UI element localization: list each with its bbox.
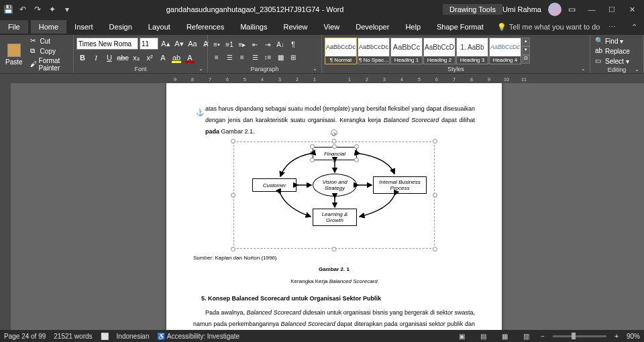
zoom-in-button[interactable]: + [614,333,619,340]
justify-button[interactable]: ☰ [249,52,261,62]
document-area[interactable]: ⚓ atas harus dipandang sebagai suatu mod… [11,83,644,330]
decrease-indent-button[interactable]: ⇤ [249,39,261,50]
style-heading-1[interactable]: AaBbCcHeading 1 [390,38,423,64]
shrink-font-button[interactable]: A▾ [173,38,185,50]
vertical-ruler[interactable] [0,83,11,330]
tab-shape-format[interactable]: Shape Format [429,20,492,34]
tab-home[interactable]: Home [31,20,66,34]
zoom-out-button[interactable]: − [541,333,545,340]
tab-view[interactable]: View [316,20,348,34]
tab-help[interactable]: Help [397,20,429,34]
diagram-arrows [233,141,435,249]
ribbon-display-icon[interactable]: ▭ [568,5,576,14]
zoom-slider[interactable] [553,335,606,337]
drawing-canvas-selected[interactable]: Financial Customer Vision and Strategy I… [233,141,435,249]
tab-developer[interactable]: Developer [347,20,397,34]
show-marks-button[interactable]: ¶ [287,39,299,50]
style-scroll-down[interactable]: ▾ [522,46,530,55]
format-painter-button[interactable]: 🖌Format Painter [28,56,70,72]
status-words[interactable]: 21521 words [54,333,92,340]
font-name-select[interactable] [76,38,138,50]
cut-icon: ✂ [30,37,38,45]
styles-gallery[interactable]: AaBbCcDc¶ Normal AaBbCcDc¶ No Spac... Aa… [325,38,530,64]
align-right-button[interactable]: ≡ [236,52,248,62]
touch-mode-icon[interactable]: ✦ [47,4,58,15]
style-heading-2[interactable]: AaBbCcDHeading 2 [423,38,455,64]
find-button[interactable]: 🔍Find ▾ [593,36,632,46]
status-accessibility[interactable]: ♿ Accessibility: Investigate [157,333,239,340]
share-icon[interactable]: ⋯ [608,23,616,32]
multilevel-button[interactable]: ≡▸ [236,39,248,50]
maximize-button[interactable]: ☐ [602,3,621,16]
font-group-label: Font [76,65,205,72]
text-effects-button[interactable]: A [157,52,169,64]
align-left-button[interactable]: ≡ [211,52,223,62]
document-title: gandahasudunganhutagaol_230512H7J91G74 -… [72,5,437,13]
style-normal[interactable]: AaBbCcDc¶ Normal [325,38,357,64]
view-print[interactable]: ▦ [498,331,511,341]
font-size-select[interactable] [140,38,158,50]
view-web[interactable]: ▥ [519,331,533,341]
bold-button[interactable]: B [76,52,89,64]
tab-layout[interactable]: Layout [140,20,178,34]
proofing-icon[interactable]: ⬜ [101,333,109,340]
tab-design[interactable]: Design [101,20,140,34]
tab-review[interactable]: Review [276,20,316,34]
sort-button[interactable]: A↓ [274,39,286,50]
tab-file[interactable]: File [0,20,28,34]
style-heading-4[interactable]: AaBbCcDcHeading 4 [489,38,521,64]
font-color-button[interactable]: A [184,52,196,64]
save-icon[interactable]: 💾 [3,4,13,15]
painter-icon: 🖌 [30,60,37,68]
section-heading: 5. Konsep Balanced Scorecard untuk Organ… [201,293,475,304]
highlight-button[interactable]: ab [170,52,182,64]
user-name[interactable]: Umi Rahma [502,5,541,13]
copy-button[interactable]: ⧉Copy [28,46,70,56]
status-page[interactable]: Page 24 of 99 [4,333,46,340]
style-heading-3[interactable]: 1. AaBbHeading 3 [456,38,488,64]
italic-button[interactable]: I [90,52,102,64]
grow-font-button[interactable]: A▴ [160,38,172,50]
document-page[interactable]: ⚓ atas harus dipandang sebagai suatu mod… [166,83,502,330]
underline-button[interactable]: U [103,52,115,64]
drawing-tools-context: Drawing Tools [443,4,502,15]
tab-references[interactable]: References [178,20,232,34]
anchor-icon: ⚓ [196,106,204,119]
line-spacing-button[interactable]: ↕≡ [262,52,274,62]
subscript-button[interactable]: x₂ [130,52,142,64]
style-no-spacing[interactable]: AaBbCcDc¶ No Spac... [358,38,390,64]
undo-icon[interactable]: ↶ [17,4,28,15]
rotate-handle[interactable] [331,129,337,136]
paste-button[interactable]: Paste [3,42,25,67]
replace-button[interactable]: abReplace [593,46,632,56]
increase-indent-button[interactable]: ⇥ [262,39,274,50]
change-case-button[interactable]: Aa [186,38,199,50]
view-read[interactable]: ▤ [476,331,490,341]
shading-button[interactable]: ▦ [274,52,286,62]
tell-me-search[interactable]: 💡 Tell me what you want to do [497,23,600,32]
user-avatar[interactable] [548,3,561,16]
qat-more-icon[interactable]: ▾ [62,4,72,15]
find-icon: 🔍 [595,37,603,45]
tab-mailings[interactable]: Mailings [232,20,275,34]
copy-icon: ⧉ [30,47,38,55]
bullets-button[interactable]: ≡• [211,39,223,50]
select-button[interactable]: ▭Select ▾ [593,56,632,66]
numbering-button[interactable]: ≡1 [223,39,235,50]
style-scroll-up[interactable]: ▴ [522,38,530,46]
minimize-button[interactable]: — [582,3,601,16]
view-focus[interactable]: ▣ [455,331,468,341]
tab-insert[interactable]: Insert [66,20,101,34]
bulb-icon: 💡 [497,23,506,32]
align-center-button[interactable]: ☰ [223,52,235,62]
strikethrough-button[interactable]: abc [117,52,129,64]
redo-icon[interactable]: ↷ [32,4,43,15]
superscript-button[interactable]: x² [144,52,156,64]
cut-button[interactable]: ✂Cut [28,36,70,46]
borders-button[interactable]: ⊞ [287,52,299,62]
style-more[interactable]: ⊟ [522,55,530,64]
close-button[interactable]: ✕ [623,3,641,16]
status-language[interactable]: Indonesian [117,333,150,340]
collapse-ribbon-icon[interactable]: ⌃ [631,23,637,32]
zoom-level[interactable]: 90% [627,333,640,340]
